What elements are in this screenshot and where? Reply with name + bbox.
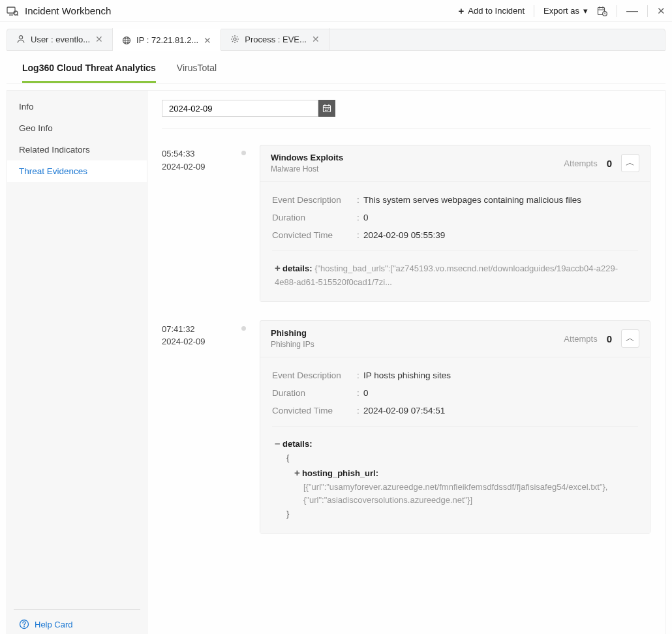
subtab-threat-analytics[interactable]: Log360 Cloud Threat Analytics xyxy=(22,63,156,83)
window-title: Incident Workbench xyxy=(25,5,111,16)
help-icon xyxy=(19,619,29,629)
evidence-timestamp: 07:41:32 2024-02-09 xyxy=(162,320,227,534)
tab-ip[interactable]: IP : 72.21.81.2... ✕ xyxy=(113,29,221,51)
evidence-card: Windows Exploits Malware Host Attempts 0… xyxy=(260,145,650,302)
calendar-button[interactable] xyxy=(318,100,335,117)
expand-details-icon[interactable]: + xyxy=(275,260,283,276)
svg-point-4 xyxy=(19,36,22,39)
sidebar-item-related[interactable]: Related Indicators xyxy=(7,139,147,160)
kv-key: Convicted Time xyxy=(272,406,357,415)
kv-value: IP hosts phishing sites xyxy=(363,370,638,380)
close-button[interactable]: ✕ xyxy=(657,5,665,17)
sidebar-item-threat-evidences[interactable]: Threat Evidences xyxy=(7,160,147,182)
kv-key: Duration xyxy=(272,388,357,398)
collapse-toggle[interactable]: ︿ xyxy=(621,154,639,172)
add-to-incident-label: Add to Incident xyxy=(468,6,525,16)
workbench-icon xyxy=(7,6,18,16)
tab-user[interactable]: User : eventlo... ✕ xyxy=(7,28,113,50)
tab-close-icon[interactable]: ✕ xyxy=(312,34,320,44)
gear-icon xyxy=(230,35,239,44)
tab-process[interactable]: Process : EVE... ✕ xyxy=(221,28,329,50)
attempts-label: Attempts xyxy=(564,158,597,168)
kv-value: 0 xyxy=(363,388,638,398)
json-close-brace: } xyxy=(275,507,635,521)
kv-key: Duration xyxy=(272,213,357,222)
sidebar: Info Geo Info Related Indicators Threat … xyxy=(7,91,147,634)
subtab-virustotal[interactable]: VirusTotal xyxy=(177,63,217,83)
tab-label: Process : EVE... xyxy=(245,35,307,44)
add-to-incident-button[interactable]: + Add to Incident xyxy=(459,5,525,16)
json-value: [{"url":"usamyforever.azureedge.net/fmnf… xyxy=(294,481,635,508)
chevron-up-icon: ︿ xyxy=(626,333,635,344)
tab-label: User : eventlo... xyxy=(31,35,90,44)
timeline-dot xyxy=(240,320,247,534)
evidence-title: Phishing xyxy=(271,327,314,339)
evidence-subtitle: Malware Host xyxy=(271,164,343,175)
collapse-toggle[interactable]: ︿ xyxy=(621,329,639,348)
caret-down-icon: ▾ xyxy=(583,6,588,16)
globe-icon xyxy=(122,36,131,45)
details-label: details: xyxy=(283,264,313,273)
tab-label: IP : 72.21.81.2... xyxy=(136,35,198,45)
export-as-button[interactable]: Export as ▾ xyxy=(543,6,588,16)
evidence-title: Windows Exploits xyxy=(271,152,343,164)
svg-point-9 xyxy=(23,626,25,627)
minimize-button[interactable]: — xyxy=(626,4,638,18)
evidence-subtitle: Phishing IPs xyxy=(271,339,314,350)
separator xyxy=(617,5,617,17)
kv-value: 0 xyxy=(363,213,638,222)
separator xyxy=(534,5,534,17)
schedule-icon[interactable] xyxy=(597,6,607,16)
sidebar-item-info[interactable]: Info xyxy=(7,96,147,117)
kv-key: Event Description xyxy=(272,370,357,380)
analysis-subtabs: Log360 Cloud Threat Analytics VirusTotal xyxy=(7,51,665,83)
tab-close-icon[interactable]: ✕ xyxy=(95,34,103,44)
json-open-brace: { xyxy=(275,451,635,465)
kv-value: 2024-02-09 07:54:51 xyxy=(363,406,638,415)
date-filter-input[interactable] xyxy=(162,100,318,117)
separator xyxy=(647,5,648,17)
kv-value: 2024-02-09 05:55:39 xyxy=(363,230,638,240)
plus-icon: + xyxy=(459,5,465,16)
help-card-button[interactable]: Help Card xyxy=(14,609,140,634)
expand-key-icon[interactable]: + xyxy=(294,465,302,481)
entity-tabs: User : eventlo... ✕ IP : 72.21.81.2... ✕… xyxy=(7,29,665,51)
details-label: details: xyxy=(283,439,313,449)
sidebar-item-geo[interactable]: Geo Info xyxy=(7,117,147,139)
chevron-up-icon: ︿ xyxy=(626,157,635,169)
calendar-icon xyxy=(322,104,331,113)
tab-close-icon[interactable]: ✕ xyxy=(204,35,211,46)
evidence-timestamp: 05:54:33 2024-02-09 xyxy=(162,145,227,302)
kv-key: Event Description xyxy=(272,195,357,205)
kv-value: This system serves webpages containing m… xyxy=(363,195,638,205)
svg-point-7 xyxy=(234,38,236,40)
attempts-value: 0 xyxy=(607,158,612,169)
help-card-label: Help Card xyxy=(35,620,73,629)
details-json-preview: {"hosting_bad_urls":["az745193.vo.msecnd… xyxy=(275,264,618,287)
export-as-label: Export as xyxy=(543,6,579,16)
attempts-label: Attempts xyxy=(564,334,597,344)
attempts-value: 0 xyxy=(607,333,612,344)
user-icon xyxy=(16,35,25,44)
timeline-dot xyxy=(240,145,247,302)
json-key: hosting_phish_url: xyxy=(302,468,378,478)
collapse-details-icon[interactable]: – xyxy=(275,436,283,451)
kv-key: Convicted Time xyxy=(272,230,357,240)
evidence-card: Phishing Phishing IPs Attempts 0 ︿ Event… xyxy=(260,320,650,534)
